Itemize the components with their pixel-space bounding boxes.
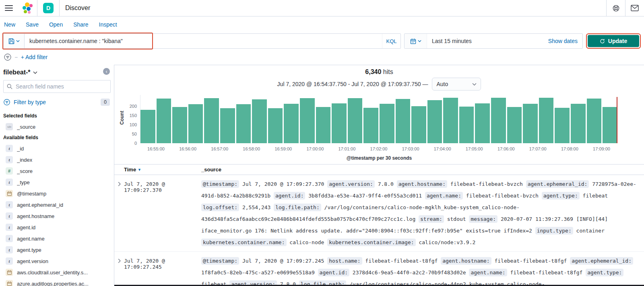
search-input[interactable]: kubernetes.container.name : "kibana" [25, 34, 382, 48]
histogram-bar[interactable] [427, 100, 442, 143]
field-item[interactable]: tagent.name [0, 233, 114, 244]
field-item[interactable]: </>_source [0, 121, 114, 132]
histogram-bar[interactable] [603, 107, 617, 144]
row-source: @timestamp: Jul 7, 2020 @ 17:09:27.370 a… [201, 178, 644, 248]
histogram-bar[interactable] [539, 98, 554, 143]
number-field-icon: # [6, 167, 13, 175]
histogram-bar[interactable] [555, 108, 570, 143]
histogram-bar[interactable] [587, 99, 602, 143]
row-timestamp: Jul 7, 2020 @ 17:09:27.245 [124, 255, 201, 286]
histogram-bar[interactable] [459, 107, 474, 143]
source-field-icon: </> [6, 123, 13, 130]
field-name: azure.auditlogs.properties.ac... [17, 281, 89, 286]
kql-language-button[interactable]: KQL [382, 34, 400, 48]
index-pattern-selector[interactable]: filebeat-* [0, 67, 114, 80]
histogram-bar[interactable] [204, 98, 219, 143]
source-field-value: filebeat-filebeat-t8fgf [507, 270, 586, 276]
x-tick-label: 17:04:00 [434, 146, 451, 151]
collapse-sidebar-icon[interactable]: ‹ [103, 68, 110, 75]
inspect-link[interactable]: Inspect [99, 21, 117, 28]
histogram-bar[interactable] [363, 108, 378, 143]
histogram-bar[interactable] [396, 99, 411, 143]
open-link[interactable]: Open [49, 21, 63, 28]
histogram-bar[interactable] [140, 110, 155, 143]
search-input-group: kubernetes.container.name : "kibana" KQL [3, 33, 401, 49]
source-field-value: 1f8fa0c5-82eb-475c-a527-e0699e5518a9 [201, 270, 318, 276]
field-name: aws.cloudtrail.user_identity.s... [17, 270, 88, 276]
discover-app-badge[interactable]: D [43, 3, 54, 13]
histogram-bar[interactable] [332, 103, 347, 143]
update-button[interactable]: Update [588, 35, 639, 47]
source-field-value: calico-node [287, 239, 328, 245]
histogram-bar[interactable] [491, 98, 506, 143]
filter-type-icon [3, 99, 10, 106]
histogram-bar[interactable] [380, 104, 394, 143]
histogram-bar[interactable] [300, 98, 315, 143]
y-axis-ticks: 050100150200 [120, 95, 137, 143]
time-range-value[interactable]: Last 15 minutes [427, 34, 543, 48]
help-icon[interactable] [607, 0, 625, 16]
histogram-bar[interactable] [411, 106, 426, 143]
interval-select[interactable]: Auto [432, 78, 481, 91]
field-item[interactable]: t_type [0, 177, 114, 188]
field-item[interactable]: azure.auditlogs.properties.ac... [0, 278, 114, 286]
x-tick-label: 17:05:00 [466, 146, 483, 151]
histogram-bar[interactable] [188, 104, 203, 143]
field-item[interactable]: #_score [0, 165, 114, 177]
histogram-bar[interactable] [571, 104, 586, 143]
time-range-label: Jul 7, 2020 @ 16:54:37.750 - Jul 7, 2020… [277, 81, 428, 87]
show-dates-button[interactable]: Show dates [543, 34, 582, 48]
histogram-bar[interactable] [157, 99, 171, 143]
date-field-icon [6, 269, 13, 276]
field-item[interactable]: tagent.ephemeral_id [0, 199, 114, 210]
y-tick-label: 0 [134, 141, 137, 146]
save-link[interactable]: Save [26, 21, 39, 28]
histogram-bar[interactable] [220, 108, 235, 143]
histogram-bar[interactable] [316, 107, 331, 144]
menu-icon[interactable] [0, 0, 18, 16]
histogram-bar[interactable] [268, 108, 283, 143]
source-field-value: filebeat-filebeat-bvzch [463, 193, 542, 199]
field-item[interactable]: t_id [0, 143, 114, 154]
field-name: agent.ephemeral_id [17, 202, 63, 208]
histogram-bar[interactable] [475, 103, 490, 143]
histogram-bar[interactable] [348, 98, 363, 143]
x-tick-label: 16:58:00 [243, 146, 260, 151]
mail-icon[interactable] [625, 0, 644, 16]
share-link[interactable]: Share [73, 21, 88, 28]
histogram-bar[interactable] [523, 104, 538, 143]
elastic-logo [19, 0, 35, 16]
filter-by-type-button[interactable]: Filter by type [14, 99, 97, 105]
add-filter-button[interactable]: + Add filter [21, 54, 48, 60]
histogram-bar[interactable] [443, 98, 458, 143]
source-field-key: agent.name: [469, 269, 507, 276]
saved-query-button[interactable] [4, 34, 25, 48]
x-tick-label: 16:59:00 [275, 146, 292, 151]
field-item[interactable]: tagent.id [0, 222, 114, 233]
field-item[interactable]: t_index [0, 154, 114, 165]
x-tick-label: 16:56:00 [179, 146, 196, 151]
time-column-header[interactable]: Time▼ [124, 167, 201, 173]
field-search-input[interactable] [16, 83, 107, 90]
field-item[interactable]: tagent.hostname [0, 210, 114, 222]
source-field-value: filebeat-filebeat-t8fgf [491, 258, 570, 264]
histogram-bar[interactable] [236, 104, 251, 143]
expand-row-icon[interactable] [114, 178, 124, 248]
histogram-bar[interactable] [252, 99, 267, 143]
field-item[interactable]: aws.cloudtrail.user_identity.s... [0, 267, 114, 278]
source-field-key: agent.id: [274, 192, 305, 200]
filter-icon[interactable] [4, 53, 12, 61]
source-field-key: message: [469, 215, 497, 223]
selected-fields-heading: Selected fields [0, 111, 114, 121]
calendar-button[interactable] [405, 34, 427, 48]
histogram-bar[interactable] [172, 107, 187, 143]
field-item[interactable]: @timestamp [0, 188, 114, 199]
new-link[interactable]: New [4, 21, 15, 28]
field-item[interactable]: tagent.version [0, 255, 114, 267]
row-timestamp: Jul 7, 2020 @ 17:09:27.370 [124, 178, 201, 248]
field-item[interactable]: tagent.type [0, 244, 114, 255]
expand-row-icon[interactable] [114, 255, 124, 286]
divider [37, 0, 37, 16]
histogram-bar[interactable] [284, 104, 299, 143]
histogram-bar[interactable] [507, 107, 522, 144]
